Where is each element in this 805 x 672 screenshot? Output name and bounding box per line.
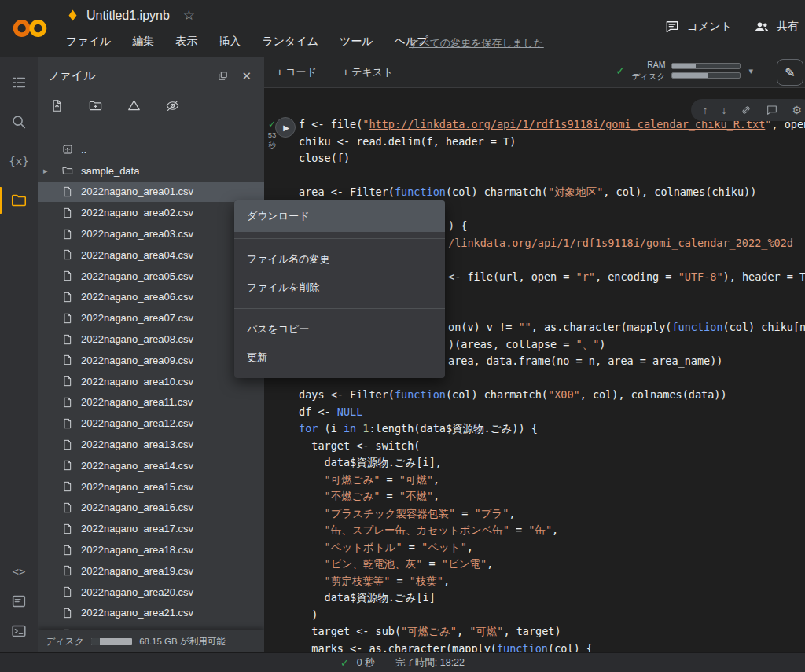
- execution-time-unit: 秒: [265, 140, 279, 150]
- resource-usage-widget[interactable]: ✓ RAM ディスク ▾: [616, 59, 753, 83]
- context-menu-item-refresh[interactable]: 更新: [234, 343, 445, 372]
- file-row[interactable]: 2022nagano_area14.csv: [38, 455, 264, 476]
- file-name: 2022nagano_area09.csv: [81, 354, 193, 366]
- menu-runtime[interactable]: ランタイム: [262, 35, 318, 49]
- open-in-tab-icon: [217, 70, 229, 82]
- code-line: for (i in 1:length(data$資源物.ごみ)) {: [299, 420, 805, 438]
- file-row[interactable]: 2022nagano_area12.csv: [38, 413, 264, 434]
- close-panel-button[interactable]: ✕: [241, 70, 252, 82]
- file-row[interactable]: 2022nagano_area09.csv: [38, 350, 264, 371]
- code-block[interactable]: f <- file("http://linkdata.org/api/1/rdf…: [299, 116, 805, 652]
- file-name: 2022nagano_area19.csv: [81, 565, 193, 577]
- menu-tools[interactable]: ツール: [340, 35, 373, 49]
- file-row[interactable]: 2022nagano_area21.csv: [38, 603, 264, 624]
- context-menu-item-download[interactable]: ダウンロード: [234, 200, 445, 232]
- search-icon: [10, 113, 28, 130]
- file-icon: [61, 333, 74, 346]
- file-icon: [61, 185, 74, 198]
- status-bar: ✓ 0 秒 完了時間: 18:22: [0, 652, 805, 672]
- new-folder-button[interactable]: [86, 96, 105, 115]
- title-row: Untitled1.ipynb ☆: [66, 7, 195, 24]
- move-cell-down-button[interactable]: ↓: [721, 105, 726, 116]
- file-name: 2022nagano_area20.csv: [81, 586, 193, 598]
- file-row[interactable]: 2022nagano_area10.csv: [38, 371, 264, 392]
- run-cell-button[interactable]: ▶: [275, 117, 296, 138]
- disk-usage-bar: [671, 72, 741, 79]
- files-panel-toolbar: [38, 86, 264, 115]
- terminal-icon: [10, 622, 28, 640]
- save-status[interactable]: すべての変更を保存しました: [409, 36, 544, 50]
- upload-file-icon: [50, 98, 64, 113]
- context-menu-item-delete[interactable]: ファイルを削除: [234, 274, 445, 302]
- colab-logo-icon[interactable]: [9, 14, 50, 42]
- command-palette-icon: [10, 593, 28, 610]
- terminal-button[interactable]: [0, 616, 38, 646]
- open-in-tab-button[interactable]: [217, 70, 229, 82]
- chevron-right-icon[interactable]: ▸: [43, 166, 48, 176]
- variables-button[interactable]: {x}: [0, 141, 38, 181]
- comment-button[interactable]: コメント: [664, 19, 732, 35]
- file-row[interactable]: 2022nagano_area06.csv: [38, 287, 264, 308]
- share-button[interactable]: 共有: [754, 19, 799, 35]
- mount-drive-button[interactable]: [124, 96, 143, 115]
- move-cell-up-button[interactable]: ↑: [702, 105, 708, 116]
- ram-label: RAM: [647, 59, 665, 71]
- file-row[interactable]: 2022nagano_area18.csv: [38, 539, 264, 560]
- menu-file[interactable]: ファイル: [66, 35, 111, 49]
- comment-icon[interactable]: [766, 104, 778, 116]
- file-row[interactable]: 2022nagano_area20.csv: [38, 582, 264, 603]
- file-row[interactable]: 2022nagano_area17.csv: [38, 518, 264, 539]
- toggle-hidden-files-button[interactable]: [163, 96, 182, 115]
- link-icon[interactable]: [740, 104, 752, 116]
- menu-view[interactable]: 表示: [175, 35, 197, 49]
- status-check-icon: ✓: [340, 657, 349, 669]
- cell-settings-gear-icon[interactable]: ⚙: [792, 105, 802, 116]
- file-name: 2022nagano_area15.csv: [81, 481, 193, 493]
- context-menu-item-copy-path[interactable]: パスをコピー: [234, 315, 445, 343]
- file-row[interactable]: 2022nagano_area02.csv: [38, 202, 264, 223]
- eye-off-icon: [165, 98, 180, 113]
- file-row-parent-dir[interactable]: ..: [38, 139, 264, 160]
- file-icon: [61, 480, 74, 493]
- file-name: 2022nagano_area16.csv: [81, 501, 193, 513]
- file-icon: [61, 270, 74, 282]
- file-row[interactable]: 2022nagano_area08.csv: [38, 329, 264, 350]
- file-row[interactable]: 2022nagano_area01.csv: [38, 182, 264, 203]
- file-row[interactable]: 2022nagano_area05.csv: [38, 266, 264, 287]
- upload-file-button[interactable]: [47, 96, 66, 115]
- cell-toolbar: ↑ ↓ ⚙: [691, 99, 805, 121]
- menu-edit[interactable]: 編集: [132, 35, 154, 49]
- code-snippets-button[interactable]: <>: [0, 556, 38, 586]
- star-icon[interactable]: ☆: [183, 7, 195, 24]
- file-row-folder[interactable]: ▸sample_data: [38, 160, 264, 182]
- notebook-file-icon: [66, 9, 79, 22]
- file-row[interactable]: 2022nagano_area19.csv: [38, 560, 264, 582]
- code-line: area <- Filter(function(col) charmatch("…: [299, 184, 805, 201]
- file-row[interactable]: 2022nagano_area04.csv: [38, 244, 264, 266]
- code-line: "缶、スプレー缶、カセットボンベ缶" = "缶",: [299, 522, 805, 539]
- file-name: 2022nagano_area12.csv: [81, 417, 193, 429]
- file-row[interactable]: 2022nagano_area15.csv: [38, 476, 264, 498]
- add-code-cell-button[interactable]: + コード: [277, 57, 317, 87]
- chevron-down-icon: ▾: [748, 66, 753, 76]
- files-button[interactable]: [0, 181, 38, 220]
- file-row[interactable]: 2022nagano_area13.csv: [38, 434, 264, 455]
- add-text-cell-button[interactable]: + テキスト: [343, 57, 393, 87]
- command-palette-button[interactable]: [0, 586, 38, 616]
- comment-label: コメント: [687, 20, 732, 34]
- file-row[interactable]: 2022nagano_area11.csv: [38, 392, 264, 413]
- search-button[interactable]: [0, 102, 38, 141]
- file-icon: [61, 459, 74, 472]
- code-line: chiku <- read.delim(f, header = T): [299, 134, 805, 151]
- file-row[interactable]: 2022nagano_area07.csv: [38, 307, 264, 329]
- edit-mode-button[interactable]: ✎: [777, 59, 803, 86]
- menu-insert[interactable]: 挿入: [219, 35, 241, 49]
- notebook-title[interactable]: Untitled1.ipynb: [86, 9, 170, 23]
- code-line: marks <- as.character(mapply(function(co…: [299, 641, 805, 653]
- code-line: target <- switch(: [299, 438, 805, 455]
- file-icon: [61, 523, 74, 535]
- table-of-contents-button[interactable]: [0, 63, 38, 102]
- context-menu-item-rename[interactable]: ファイル名の変更: [234, 245, 445, 274]
- file-row[interactable]: 2022nagano_area16.csv: [38, 498, 264, 519]
- file-row[interactable]: 2022nagano_area03.csv: [38, 223, 264, 244]
